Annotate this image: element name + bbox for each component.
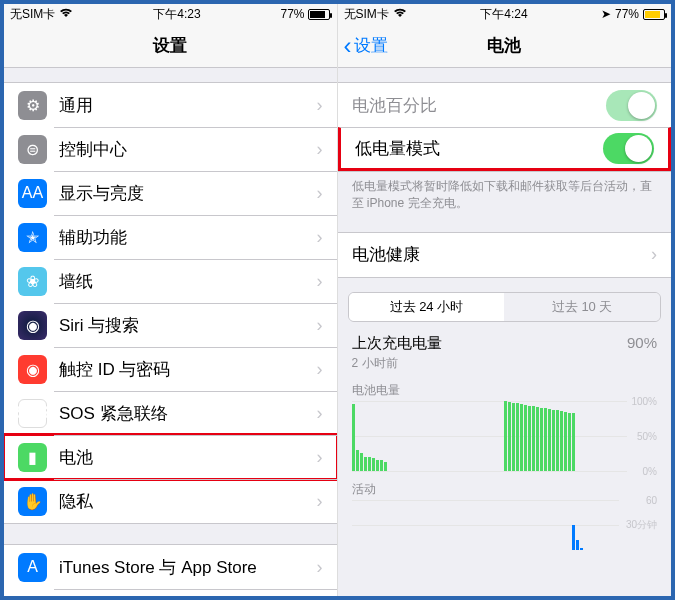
- toggle-low-power-mode[interactable]: [603, 133, 654, 164]
- row-label: iTunes Store 与 App Store: [59, 556, 317, 579]
- row-low-power-mode[interactable]: 低电量模式: [338, 127, 672, 171]
- battery-icon: [643, 9, 665, 20]
- chevron-right-icon: ›: [317, 557, 323, 578]
- control-icon: ⊜: [18, 135, 47, 164]
- last-charge-block: 上次充电电量 2 小时前 90%: [338, 322, 672, 372]
- row-label: 显示与亮度: [59, 182, 317, 205]
- chevron-right-icon: ›: [317, 271, 323, 292]
- last-charge-pct: 90%: [627, 334, 657, 351]
- last-charge-title: 上次充电电量: [352, 334, 442, 353]
- row-label: 墙纸: [59, 270, 317, 293]
- chart-label-activity: 活动: [338, 471, 672, 500]
- page-title: 设置: [153, 34, 187, 57]
- clock: 下午4:24: [480, 6, 527, 23]
- display-icon: AA: [18, 179, 47, 208]
- row-batt[interactable]: ▮电池›: [4, 435, 337, 479]
- row-label: SOS 紧急联络: [59, 402, 317, 425]
- row-store[interactable]: AiTunes Store 与 App Store›: [4, 545, 337, 589]
- row-touch[interactable]: ◉触控 ID 与密码›: [4, 347, 337, 391]
- row-siri[interactable]: ◉Siri 与搜索›: [4, 303, 337, 347]
- row-access[interactable]: ✭辅助功能›: [4, 215, 337, 259]
- seg-10d[interactable]: 过去 10 天: [504, 293, 660, 321]
- battery-pct: 77%: [280, 7, 304, 21]
- chevron-right-icon: ›: [317, 183, 323, 204]
- carrier-text: 无SIM卡: [344, 6, 389, 23]
- row-sos[interactable]: SOSSOS 紧急联络›: [4, 391, 337, 435]
- sos-icon: SOS: [18, 399, 47, 428]
- row-general[interactable]: ⚙通用›: [4, 83, 337, 127]
- siri-icon: ◉: [18, 311, 47, 340]
- chevron-left-icon: ‹: [344, 32, 352, 60]
- battery-pct: 77%: [615, 7, 639, 21]
- chevron-right-icon: ›: [317, 359, 323, 380]
- last-charge-sub: 2 小时前: [352, 355, 442, 372]
- row-control[interactable]: ⊜控制中心›: [4, 127, 337, 171]
- activity-chart: 60 30分钟: [352, 500, 658, 550]
- chevron-right-icon: ›: [317, 315, 323, 336]
- batt-icon: ▮: [18, 443, 47, 472]
- wifi-icon: [393, 7, 407, 21]
- row-label: 隐私: [59, 490, 317, 513]
- back-label: 设置: [354, 34, 388, 57]
- time-range-segment[interactable]: 过去 24 小时 过去 10 天: [348, 292, 662, 322]
- carrier-text: 无SIM卡: [10, 6, 55, 23]
- row-label: Siri 与搜索: [59, 314, 317, 337]
- nav-bar: 设置: [4, 24, 337, 68]
- chevron-right-icon: ›: [317, 447, 323, 468]
- store-icon: A: [18, 553, 47, 582]
- access-icon: ✭: [18, 223, 47, 252]
- clock: 下午4:23: [153, 6, 200, 23]
- chevron-right-icon: ›: [317, 95, 323, 116]
- battery-level-chart: 100% 50% 0%: [352, 401, 658, 471]
- row-label: 触控 ID 与密码: [59, 358, 317, 381]
- touch-icon: ◉: [18, 355, 47, 384]
- low-power-footer: 低电量模式将暂时降低如下载和邮件获取等后台活动，直至 iPhone 完全充电。: [338, 172, 672, 212]
- label-low-power-mode: 低电量模式: [355, 137, 604, 160]
- chevron-right-icon: ›: [317, 491, 323, 512]
- status-bar: 无SIM卡 下午4:23 77%: [4, 4, 337, 24]
- seg-24h[interactable]: 过去 24 小时: [349, 293, 505, 321]
- row-label: 辅助功能: [59, 226, 317, 249]
- row-wall[interactable]: ❀墙纸›: [4, 259, 337, 303]
- chevron-right-icon: ›: [317, 403, 323, 424]
- chevron-right-icon: ›: [317, 139, 323, 160]
- row-display[interactable]: AA显示与亮度›: [4, 171, 337, 215]
- location-icon: ➤: [601, 7, 611, 21]
- toggle-battery-percent[interactable]: [606, 90, 657, 121]
- general-icon: ⚙: [18, 91, 47, 120]
- nav-bar: ‹ 设置 电池: [338, 24, 672, 68]
- row-privacy[interactable]: ✋隐私›: [4, 479, 337, 523]
- chevron-right-icon: ›: [651, 244, 657, 265]
- back-button[interactable]: ‹ 设置: [344, 32, 388, 60]
- row-label: 通用: [59, 94, 317, 117]
- chevron-right-icon: ›: [317, 227, 323, 248]
- row-label: 电池: [59, 446, 317, 469]
- chart-label-level: 电池电量: [338, 372, 672, 401]
- label-battery-percent: 电池百分比: [352, 94, 607, 117]
- wifi-icon: [59, 7, 73, 21]
- row-battery-percent[interactable]: 电池百分比: [338, 83, 672, 127]
- row-battery-health[interactable]: 电池健康 ›: [338, 233, 672, 277]
- row-label: 控制中心: [59, 138, 317, 161]
- row-wallet[interactable]: ▣钱包与 Apple Pay›: [4, 589, 337, 596]
- label-battery-health: 电池健康: [352, 243, 652, 266]
- battery-icon: [308, 9, 330, 20]
- wall-icon: ❀: [18, 267, 47, 296]
- privacy-icon: ✋: [18, 487, 47, 516]
- page-title: 电池: [487, 34, 521, 57]
- status-bar: 无SIM卡 下午4:24 ➤ 77%: [338, 4, 672, 24]
